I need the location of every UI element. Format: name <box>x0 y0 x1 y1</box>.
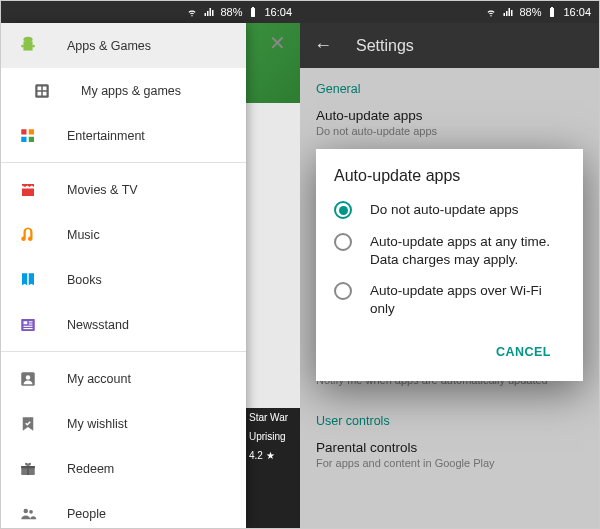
nav-divider <box>1 351 246 352</box>
radio-icon <box>334 233 352 251</box>
nav-header-apps-games[interactable]: Apps & Games <box>1 23 246 68</box>
entertainment-icon <box>17 125 39 147</box>
wifi-icon <box>186 6 198 18</box>
nav-label: Newsstand <box>67 318 129 332</box>
dialog-actions: CANCEL <box>334 331 565 373</box>
option-label: Do not auto-update apps <box>370 201 519 219</box>
close-icon[interactable]: ✕ <box>269 31 286 55</box>
option-label: Auto-update apps over Wi-Fi only <box>370 282 565 317</box>
account-icon <box>17 368 39 390</box>
redeem-icon <box>17 458 39 480</box>
back-arrow-icon[interactable]: ← <box>314 35 332 56</box>
svg-point-24 <box>29 509 33 513</box>
peek-line1: Star War <box>245 408 300 427</box>
battery-percent: 88% <box>519 6 541 18</box>
wishlist-icon <box>17 413 39 435</box>
music-icon <box>17 224 39 246</box>
svg-rect-11 <box>29 136 34 141</box>
radio-icon <box>334 282 352 300</box>
navigation-drawer: Apps & Games My apps & games Entertainme… <box>1 23 246 528</box>
svg-rect-8 <box>21 129 26 134</box>
nav-item-music[interactable]: Music <box>1 212 246 257</box>
nav-label: Movies & TV <box>67 183 138 197</box>
nav-item-movies[interactable]: Movies & TV <box>1 167 246 212</box>
svg-rect-12 <box>21 319 35 331</box>
svg-rect-17 <box>24 328 33 329</box>
nav-divider <box>1 162 246 163</box>
signal-icon <box>203 6 215 18</box>
svg-rect-3 <box>35 84 49 98</box>
nav-item-my-apps[interactable]: My apps & games <box>1 68 246 113</box>
svg-rect-15 <box>29 323 33 324</box>
svg-rect-22 <box>27 466 29 475</box>
movies-icon <box>17 179 39 201</box>
statusbar-left: 88% 16:04 <box>1 1 300 23</box>
nav-label: My apps & games <box>81 84 181 98</box>
radio-icon <box>334 201 352 219</box>
signal-icon <box>502 6 514 18</box>
android-icon <box>17 35 39 57</box>
nav-item-entertainment[interactable]: Entertainment <box>1 113 246 158</box>
battery-icon <box>546 6 558 18</box>
screen-settings-dialog: General Auto-update apps Do not auto-upd… <box>300 1 599 528</box>
newsstand-icon <box>17 314 39 336</box>
svg-point-2 <box>23 36 32 42</box>
radio-option-wifi-only[interactable]: Auto-update apps over Wi-Fi only <box>334 282 565 317</box>
svg-rect-14 <box>29 321 33 322</box>
nav-item-newsstand[interactable]: Newsstand <box>1 302 246 347</box>
people-icon <box>17 503 39 525</box>
nav-item-books[interactable]: Books <box>1 257 246 302</box>
dialog-title: Auto-update apps <box>334 167 565 185</box>
svg-rect-13 <box>24 321 28 324</box>
cancel-button[interactable]: CANCEL <box>488 337 559 367</box>
nav-label: Entertainment <box>67 129 145 143</box>
peek-line3: 4.2 ★ <box>245 446 300 465</box>
appbar-title: Settings <box>356 37 414 55</box>
svg-point-23 <box>24 508 29 513</box>
svg-point-0 <box>21 44 24 47</box>
nav-label: Redeem <box>67 462 114 476</box>
clock: 16:04 <box>264 6 292 18</box>
nav-item-people[interactable]: People <box>1 491 246 528</box>
svg-rect-4 <box>38 86 42 90</box>
svg-rect-9 <box>29 129 34 134</box>
nav-item-my-wishlist[interactable]: My wishlist <box>1 401 246 446</box>
svg-rect-16 <box>24 325 33 326</box>
nav-label: Apps & Games <box>67 39 151 53</box>
nav-item-redeem[interactable]: Redeem <box>1 446 246 491</box>
svg-rect-6 <box>38 91 42 95</box>
nav-label: My account <box>67 372 131 386</box>
dialog-auto-update: Auto-update apps Do not auto-update apps… <box>316 149 583 381</box>
books-icon <box>17 269 39 291</box>
peek-card: Star War Uprising 4.2 ★ <box>245 408 300 528</box>
nav-label: My wishlist <box>67 417 127 431</box>
option-label: Auto-update apps at any time. Data charg… <box>370 233 565 268</box>
nav-label: Music <box>67 228 100 242</box>
svg-rect-5 <box>43 86 47 90</box>
nav-label: People <box>67 507 106 521</box>
apps-icon <box>31 80 53 102</box>
svg-point-1 <box>32 44 35 47</box>
statusbar-right: 88% 16:04 <box>300 1 599 23</box>
nav-label: Books <box>67 273 102 287</box>
radio-option-any-time[interactable]: Auto-update apps at any time. Data charg… <box>334 233 565 268</box>
svg-point-19 <box>26 375 31 380</box>
clock: 16:04 <box>563 6 591 18</box>
svg-rect-10 <box>21 136 26 141</box>
peek-line2: Uprising <box>245 427 300 446</box>
screen-nav-drawer: ✕ Star War Uprising 4.2 ★ 88% 16:04 Apps… <box>1 1 300 528</box>
battery-icon <box>247 6 259 18</box>
appbar: ← Settings <box>300 23 599 68</box>
svg-rect-7 <box>43 91 47 95</box>
nav-item-my-account[interactable]: My account <box>1 356 246 401</box>
wifi-icon <box>485 6 497 18</box>
radio-option-do-not-update[interactable]: Do not auto-update apps <box>334 201 565 219</box>
battery-percent: 88% <box>220 6 242 18</box>
